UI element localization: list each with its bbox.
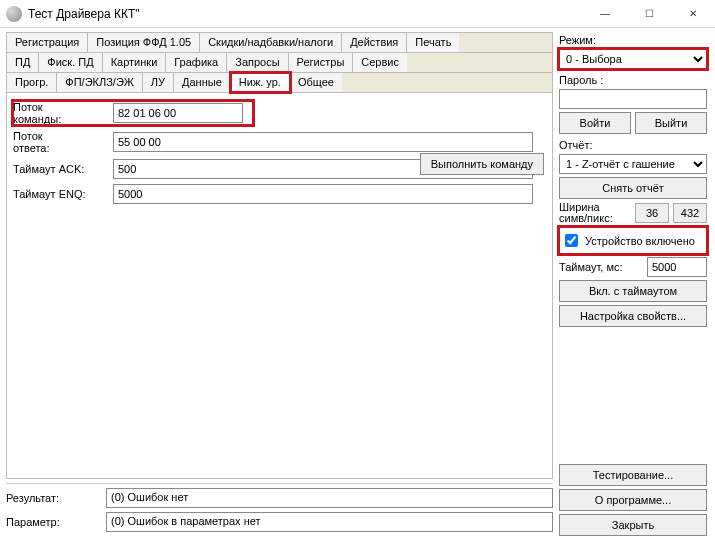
result-value: (0) Ошибок нет xyxy=(106,488,553,508)
execute-command-button[interactable]: Выполнить команду xyxy=(420,153,544,175)
timeout-ms-input[interactable] xyxy=(647,257,707,277)
tab-row-3: Прогр. ФП/ЭКЛЗ/ЭЖ ЛУ Данные Ниж. ур. Общ… xyxy=(7,73,552,93)
cmd-stream-input[interactable] xyxy=(113,103,243,123)
cmd-stream-label: Поток команды: xyxy=(13,101,109,125)
maximize-button[interactable]: ☐ xyxy=(627,0,671,28)
tab-page-low-level: Поток команды: Поток ответа: Таймаут ACK… xyxy=(6,93,553,479)
about-button[interactable]: О программе... xyxy=(559,489,707,511)
login-button[interactable]: Войти xyxy=(559,112,631,134)
close-window-button[interactable]: ✕ xyxy=(671,0,715,28)
tab-print[interactable]: Печать xyxy=(407,33,459,52)
ans-stream-label: Поток ответа: xyxy=(13,130,109,154)
take-report-button[interactable]: Снять отчёт xyxy=(559,177,707,199)
tab-pd[interactable]: ПД xyxy=(7,53,39,72)
tab-discounts[interactable]: Скидки/надбавки/налоги xyxy=(200,33,342,52)
width-px xyxy=(673,203,707,223)
tab-general[interactable]: Общее xyxy=(290,73,342,92)
tab-registers[interactable]: Регистры xyxy=(289,53,354,72)
logout-button[interactable]: Выйти xyxy=(635,112,707,134)
timeout-ms-label: Таймаут, мс: xyxy=(559,262,643,273)
props-button[interactable]: Настройка свойств... xyxy=(559,305,707,327)
device-on-checkbox[interactable] xyxy=(565,234,578,247)
tab-graphics[interactable]: Графика xyxy=(166,53,227,72)
minimize-button[interactable]: — xyxy=(583,0,627,28)
param-label: Параметр: xyxy=(6,516,102,528)
password-input[interactable] xyxy=(559,89,707,109)
tab-actions[interactable]: Действия xyxy=(342,33,407,52)
width-label: Ширина симв/пикс: xyxy=(559,202,631,224)
titlebar: Тест Драйвера ККТ" — ☐ ✕ xyxy=(0,0,715,28)
password-label: Пароль : xyxy=(559,74,707,86)
result-label: Результат: xyxy=(6,492,102,504)
side-panel: Режим: 0 - Выбора Пароль : Войти Выйти О… xyxy=(557,28,715,540)
tab-fisc-pd[interactable]: Фиск. ПД xyxy=(39,53,102,72)
tab-row-2: ПД Фиск. ПД Картинки Графика Запросы Рег… xyxy=(7,53,552,73)
report-select[interactable]: 1 - Z-отчёт с гашение xyxy=(559,154,707,174)
tab-queries[interactable]: Запросы xyxy=(227,53,288,72)
timeout-enq-input[interactable] xyxy=(113,184,533,204)
width-chars xyxy=(635,203,669,223)
tab-lu[interactable]: ЛУ xyxy=(143,73,174,92)
tab-images[interactable]: Картинки xyxy=(103,53,167,72)
report-label: Отчёт: xyxy=(559,139,707,151)
tab-low-level[interactable]: Ниж. ур. xyxy=(231,73,290,92)
device-on-label: Устройство включено xyxy=(585,235,695,247)
tab-fp[interactable]: ФП/ЭКЛЗ/ЭЖ xyxy=(57,73,143,92)
mode-label: Режим: xyxy=(559,34,707,46)
tabs: Регистрация Позиция ФФД 1.05 Скидки/надб… xyxy=(6,32,553,93)
tab-row-1: Регистрация Позиция ФФД 1.05 Скидки/надб… xyxy=(7,33,552,53)
tab-service[interactable]: Сервис xyxy=(353,53,407,72)
timeout-on-button[interactable]: Вкл. с таймаутом xyxy=(559,280,707,302)
ans-stream-input[interactable] xyxy=(113,132,533,152)
window-title: Тест Драйвера ККТ" xyxy=(28,7,583,21)
timeout-enq-label: Таймаут ENQ: xyxy=(13,188,109,200)
testing-button[interactable]: Тестирование... xyxy=(559,464,707,486)
close-button[interactable]: Закрыть xyxy=(559,514,707,536)
tab-registration[interactable]: Регистрация xyxy=(7,33,88,52)
mode-select[interactable]: 0 - Выбора xyxy=(559,49,707,69)
param-value: (0) Ошибок в параметрах нет xyxy=(106,512,553,532)
timeout-ack-label: Таймаут ACK: xyxy=(13,163,109,175)
tab-progr[interactable]: Прогр. xyxy=(7,73,57,92)
tab-pos-ffd[interactable]: Позиция ФФД 1.05 xyxy=(88,33,200,52)
tab-data[interactable]: Данные xyxy=(174,73,231,92)
app-icon xyxy=(6,6,22,22)
status-area: Результат: (0) Ошибок нет Параметр: (0) … xyxy=(6,483,553,536)
